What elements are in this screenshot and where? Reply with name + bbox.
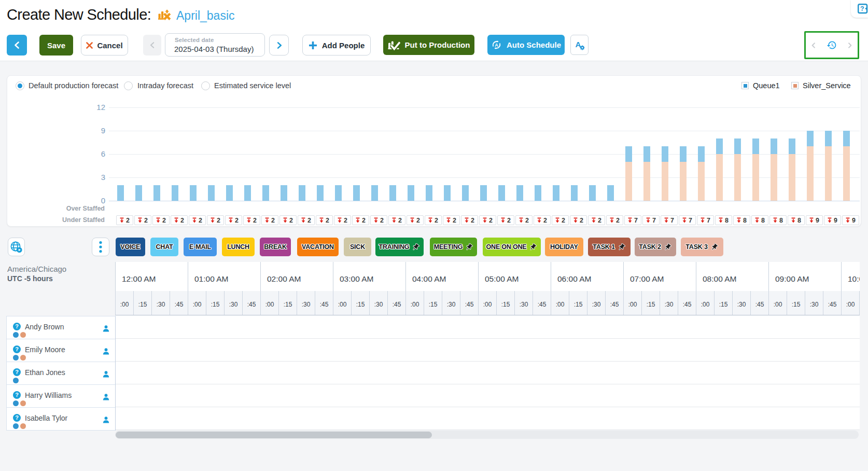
svg-text:A: A — [495, 43, 498, 48]
svg-text:?: ? — [860, 5, 864, 12]
